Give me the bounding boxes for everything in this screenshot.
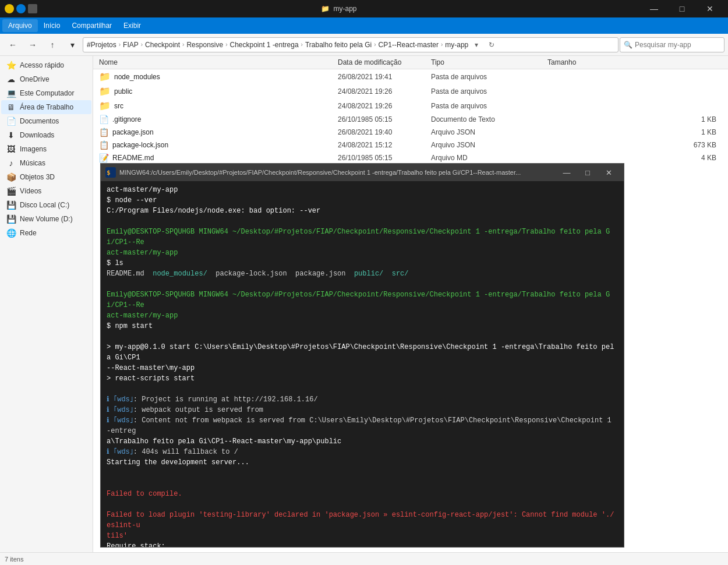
header-type: Tipo — [431, 58, 547, 66]
sidebar-item-rede[interactable]: 🌐 Rede — [1, 226, 91, 240]
terminal-controls[interactable]: — □ ✕ — [556, 164, 619, 181]
file-row[interactable]: 📝 README.md 26/10/1985 05:15 Arquivo MD … — [93, 151, 728, 164]
sidebar-item-objetos3d[interactable]: 📦 Objetos 3D — [1, 170, 91, 184]
file-size: 1 KB — [547, 115, 728, 123]
breadcrumb: #Projetos › FIAP › Checkpoint › Responsi… — [87, 41, 468, 49]
sidebar-label: Rede — [20, 229, 37, 237]
svg-text:$: $ — [107, 169, 111, 176]
breadcrumb-cp1entrega[interactable]: Checkpoint 1 -entrega — [230, 41, 299, 49]
folder-icon: 📁 — [99, 100, 111, 111]
menu-bar: Arquivo Início Compartilhar Exibir — [0, 17, 728, 34]
download-icon: ⬇ — [6, 130, 16, 140]
recent-button[interactable]: ▾ — [63, 36, 82, 54]
terminal-line — [107, 331, 618, 342]
maximize-button[interactable]: □ — [669, 0, 695, 17]
back-button[interactable]: ← — [3, 36, 22, 54]
file-row[interactable]: 📁 node_modules 26/08/2021 19:41 Pasta de… — [93, 69, 728, 84]
breadcrumb-fiap[interactable]: FIAP — [123, 41, 139, 49]
cloud-icon: ☁ — [6, 75, 16, 84]
file-row[interactable]: 📁 public 24/08/2021 19:26 Pasta de arqui… — [93, 84, 728, 98]
file-date: 24/08/2021 19:26 — [338, 102, 431, 110]
menu-inicio[interactable]: Início — [38, 19, 66, 32]
up-button[interactable]: ↑ — [43, 36, 62, 54]
sidebar-item-downloads[interactable]: ⬇ Downloads — [1, 128, 91, 142]
file-size: 4 KB — [547, 154, 728, 162]
breadcrumb-projetos[interactable]: #Projetos — [87, 41, 116, 49]
file-row[interactable]: 📁 src 24/08/2021 19:26 Pasta de arquivos — [93, 98, 728, 113]
desktop-icon: 🖥 — [6, 103, 16, 112]
file-date: 26/10/1985 05:15 — [338, 115, 431, 123]
address-bar[interactable]: #Projetos › FIAP › Checkpoint › Responsi… — [83, 37, 619, 52]
sidebar-label: OneDrive — [20, 75, 50, 83]
terminal-line: README.md node_modules/ package-lock.jso… — [107, 269, 618, 279]
sep1: › — [119, 41, 121, 48]
sidebar-item-videos[interactable]: 🎬 Vídeos — [1, 184, 91, 198]
sidebar-item-onedrive[interactable]: ☁ OneDrive — [1, 72, 91, 86]
minimize-button[interactable]: — — [641, 0, 667, 17]
breadcrumb-cp1react[interactable]: CP1--React-master — [379, 41, 439, 49]
search-box[interactable]: 🔍 — [620, 37, 725, 52]
terminal-line: tils' — [107, 531, 618, 541]
search-input[interactable] — [635, 41, 722, 49]
terminal-line: a\Trabalho feito pela Gi\CP1--React-mast… — [107, 436, 618, 447]
status-text: 7 itens — [5, 556, 23, 563]
terminal-line — [107, 279, 618, 289]
file-row[interactable]: 📄 .gitignore 26/10/1985 05:15 Documento … — [93, 113, 728, 126]
breadcrumb-myapp[interactable]: my-app — [445, 41, 468, 49]
menu-exibir[interactable]: Exibir — [118, 19, 147, 32]
sidebar-item-area-trabalho[interactable]: 🖥 Área de Trabalho — [1, 100, 91, 114]
computer-icon: 💻 — [6, 89, 16, 98]
disk-c-icon: 💾 — [6, 200, 16, 210]
file-row[interactable]: 📋 package-lock.json 24/08/2021 15:12 Arq… — [93, 139, 728, 151]
menu-arquivo[interactable]: Arquivo — [2, 19, 38, 32]
sidebar-label: New Volume (D:) — [20, 215, 73, 223]
terminal-close-button[interactable]: ✕ — [598, 164, 619, 181]
header-date: Data de modificação — [338, 58, 431, 66]
terminal-line: ℹ ｢wds｣: 404s will fallback to / — [107, 447, 618, 457]
breadcrumb-trabalho[interactable]: Trabalho feito pela Gi — [305, 41, 372, 49]
terminal-line: Emily@DESKTOP-SPQUHGB MINGW64 ~/Desktop/… — [107, 289, 618, 310]
terminal-minimize-button[interactable]: — — [556, 164, 577, 181]
star-icon: ⭐ — [6, 61, 16, 70]
window-controls[interactable]: — □ ✕ — [641, 0, 723, 17]
videos-icon: 🎬 — [6, 186, 16, 196]
address-dropdown[interactable]: ▾ — [471, 39, 482, 51]
sidebar-item-documentos[interactable]: 📄 Documentos — [1, 114, 91, 128]
disk-d-icon: 💾 — [6, 214, 16, 224]
breadcrumb-responsive[interactable]: Responsive — [186, 41, 223, 49]
folder-color-icon: 📁 — [99, 71, 111, 82]
terminal-line: --React-master\my-app — [107, 363, 618, 373]
forward-button[interactable]: → — [23, 36, 42, 54]
sidebar-item-imagens[interactable]: 🖼 Imagens — [1, 142, 91, 156]
file-doc-icon: 📄 — [99, 115, 109, 124]
json-icon: 📋 — [99, 128, 109, 137]
file-row[interactable]: 📋 package.json 26/08/2021 19:40 Arquivo … — [93, 126, 728, 139]
sidebar-item-musicas[interactable]: ♪ Músicas — [1, 156, 91, 170]
sidebar-item-este-computador[interactable]: 💻 Este Computador — [1, 86, 91, 100]
menu-compartilhar[interactable]: Compartilhar — [66, 19, 118, 32]
terminal-line: ℹ ｢wds｣: Content not from webpack is ser… — [107, 415, 618, 436]
breadcrumb-checkpoint[interactable]: Checkpoint — [145, 41, 180, 49]
sidebar-label: Músicas — [20, 159, 45, 167]
terminal-line — [107, 384, 618, 394]
file-name: 📁 node_modules — [93, 71, 338, 82]
terminal-maximize-button[interactable]: □ — [577, 164, 598, 181]
music-icon: ♪ — [6, 158, 16, 168]
sidebar-label: Downloads — [20, 131, 54, 139]
sidebar-item-new-volume[interactable]: 💾 New Volume (D:) — [1, 212, 91, 226]
sep6: › — [374, 41, 376, 48]
sidebar-label: Vídeos — [20, 187, 41, 195]
network-icon: 🌐 — [6, 228, 16, 238]
sep5: › — [301, 41, 303, 48]
file-date: 26/10/1985 05:15 — [338, 154, 431, 162]
terminal-line: C:/Program Files/nodejs/node.exe: bad op… — [107, 206, 618, 216]
terminal-body[interactable]: act-master/my-app $ node --ver C:/Progra… — [101, 181, 624, 547]
terminal-line: Require stack: — [107, 541, 618, 547]
file-type: Pasta de arquivos — [431, 102, 547, 110]
terminal-line — [107, 468, 618, 478]
close-button[interactable]: ✕ — [697, 0, 723, 17]
sidebar-item-acesso-rapido[interactable]: ⭐ Acesso rápido — [1, 58, 91, 72]
refresh-button[interactable]: ↻ — [485, 38, 499, 52]
sidebar-label: Imagens — [20, 145, 47, 153]
sidebar-item-disco-local[interactable]: 💾 Disco Local (C:) — [1, 198, 91, 212]
